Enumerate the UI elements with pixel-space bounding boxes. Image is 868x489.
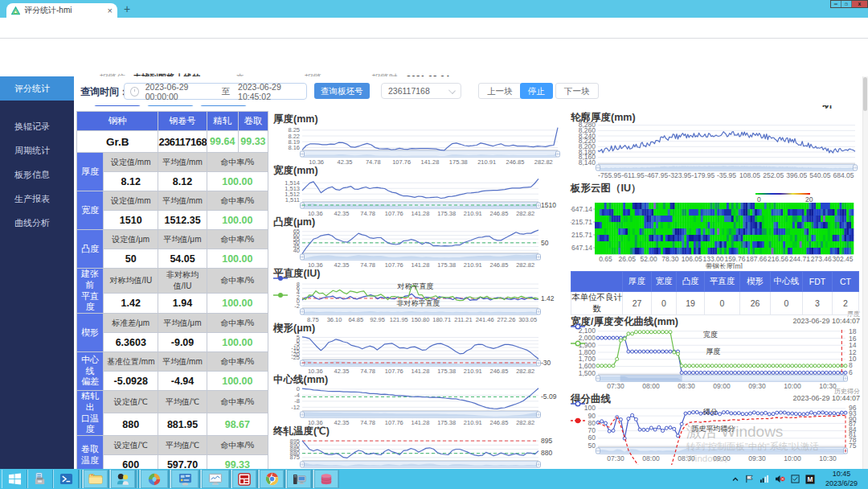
svg-text:211.21: 211.21 <box>454 316 472 323</box>
tray-expand-icon[interactable] <box>731 475 739 483</box>
clock-time: 10:45 <box>818 470 865 479</box>
svg-text:895: 895 <box>289 438 300 445</box>
tray-flag-icon[interactable] <box>745 475 754 483</box>
coil-select[interactable]: 236117168 <box>381 83 461 99</box>
window-minimize-button[interactable]: — <box>831 1 841 7</box>
browser-titlebar: 评分统计-hmi × + — ❐ x <box>0 0 868 18</box>
tray-action-center-icon[interactable] <box>791 475 800 483</box>
block-3-value-row: 1.42 1.94 100.00 <box>77 293 268 313</box>
svg-text:540.05: 540.05 <box>809 171 830 179</box>
stats-head-row: 厚度宽度凸度平直度楔形中心线FDTCT <box>571 272 859 292</box>
chart-fla-legend[interactable]: 对称平直度 非对称平直度 <box>273 267 569 309</box>
svg-text:带钢长度[m]: 带钢长度[m] <box>706 262 743 269</box>
stats-value-row: 本单位不良计数27019026032 <box>571 292 859 315</box>
chart-prof: 轮廓厚度(mm)8,1408,1608,1808,2008,2208,2408,… <box>571 111 862 183</box>
taskbar-contacts-app[interactable] <box>110 470 136 488</box>
time-from-value[interactable]: 2023-06-29 00:00:00 <box>145 82 214 101</box>
new-tab-button[interactable]: + <box>121 3 133 16</box>
taskbar-visual-studio[interactable] <box>140 470 169 488</box>
taskbar-powershell[interactable] <box>53 470 79 488</box>
tab-close-icon[interactable]: × <box>108 6 113 15</box>
svg-text:-12: -12 <box>291 404 300 411</box>
svg-text:302.45: 302.45 <box>833 255 854 263</box>
steel-grade-value: Gr.B <box>77 131 158 153</box>
svg-text:1,600: 1,600 <box>579 362 596 370</box>
sidebar-item-1[interactable]: 换辊记录 <box>0 114 74 138</box>
tray-network-icon[interactable] <box>760 475 769 483</box>
svg-text:07:30: 07:30 <box>607 454 624 462</box>
quality-summary-table: 钢种 钢卷号 精轧 卷取 Gr.B 236117168 99.64 99.33 … <box>76 111 268 475</box>
sidebar-item-5[interactable]: 曲线分析 <box>0 211 74 235</box>
query-bar: 查询时间： 2023-06-29 00:00:00 至 2023-06-29 1… <box>74 76 868 105</box>
stop-button[interactable]: 停止 <box>520 83 553 99</box>
taskbar-clock[interactable]: 10:452023/6/29 <box>818 470 865 488</box>
svg-text:-755.95: -755.95 <box>598 171 621 179</box>
search-coil-button[interactable]: 查询板坯号 <box>314 83 370 99</box>
window-maximize-button[interactable]: ❐ <box>841 1 852 7</box>
prev-coil-button[interactable]: 上一块 <box>478 83 522 99</box>
svg-text:-5.09: -5.09 <box>541 392 557 401</box>
svg-text:07:30: 07:30 <box>607 382 624 390</box>
tray-ime-icon[interactable]: M <box>805 475 815 484</box>
sidebar-item-4[interactable]: 生产报表 <box>0 187 74 211</box>
col-coil-no: 钢卷号 <box>158 112 207 131</box>
browser-tab[interactable]: 评分统计-hmi × <box>6 3 117 18</box>
page-scrollbar[interactable] <box>862 76 868 469</box>
taskbar-file-explorer[interactable] <box>83 470 108 488</box>
taskbar-control-panel[interactable] <box>170 470 199 488</box>
stats-val-0: 27 <box>623 292 652 315</box>
block-6-value-row: 880 881.95 98.67 <box>77 413 268 436</box>
svg-text:252.05: 252.05 <box>763 171 784 179</box>
stats-col-1: 厚度 <box>623 272 652 292</box>
svg-text:246.85: 246.85 <box>506 158 525 165</box>
tab-title: 评分统计-hmi <box>24 5 108 16</box>
svg-text:273.46: 273.46 <box>811 255 832 263</box>
svg-text:107.76: 107.76 <box>385 210 403 216</box>
svg-text:74.78: 74.78 <box>366 158 381 165</box>
taskbar-computer[interactable] <box>286 470 312 488</box>
sidebar-item-3[interactable]: 板形信息 <box>0 162 74 187</box>
taskbar-baogang-app[interactable] <box>231 470 257 488</box>
taskbar-start-button[interactable] <box>2 470 27 488</box>
time-range-input[interactable]: 2023-06-29 00:00:00 至 2023-06-29 10:45:0… <box>124 83 307 100</box>
svg-text:106.05: 106.05 <box>682 255 702 263</box>
svg-text:50: 50 <box>541 239 549 247</box>
window-close-button[interactable]: x <box>852 1 867 7</box>
taskbar-server-manager[interactable] <box>27 470 53 488</box>
stats-col-2: 宽度 <box>652 272 677 292</box>
time-to-value[interactable]: 2023-06-29 10:45:02 <box>238 82 306 101</box>
svg-text:108.05: 108.05 <box>739 171 760 179</box>
block-0-label: 厚度 <box>77 153 104 191</box>
taskbar-database-tool[interactable] <box>313 470 339 488</box>
svg-text:-215.71: -215.71 <box>571 218 592 226</box>
col-coiling: 卷取 <box>238 112 268 131</box>
chart-prof-plot: 8,1408,1608,1808,2008,2208,2408,2608,280… <box>571 122 862 183</box>
taskbar-system-monitor[interactable] <box>201 470 230 488</box>
sidebar-item-2[interactable]: 周期统计 <box>0 138 74 162</box>
page-scrollbar-thumb[interactable] <box>863 77 867 111</box>
chart-cloud: 板形云图（IU）020-647.14-215.71215.71647.140.6… <box>571 182 862 269</box>
svg-text:180.71: 180.71 <box>432 316 451 323</box>
svg-text:50: 50 <box>588 442 596 450</box>
block-4-label: 楔形 <box>77 314 104 352</box>
svg-text:175.38: 175.38 <box>437 261 456 268</box>
svg-text:175.38: 175.38 <box>449 158 468 165</box>
chart-fla: 平直度(IU)-2024688.7536.1064.8592.95121.951… <box>273 267 569 322</box>
chart-wt: 宽度/厚度变化曲线(mm)1,5001,6001,7001,8001,9002,… <box>571 315 862 392</box>
svg-text:10.36: 10.36 <box>309 158 324 165</box>
stats-val-6: 3 <box>803 292 833 315</box>
tray-volume-muted-icon[interactable] <box>775 475 785 483</box>
svg-text:60: 60 <box>588 434 596 442</box>
svg-text:65: 65 <box>293 228 300 235</box>
stats-val-7: 2 <box>833 292 859 315</box>
taskbar-chrome[interactable] <box>259 470 285 488</box>
svg-text:74.78: 74.78 <box>360 419 375 425</box>
chart-fdt: 终轧温度(℃)87588088589089510.3642.3574.78107… <box>273 425 569 475</box>
next-coil-button[interactable]: 下一块 <box>555 83 599 99</box>
svg-text:52.00: 52.00 <box>640 255 657 263</box>
svg-text:282.82: 282.82 <box>534 158 553 165</box>
svg-text:78.30: 78.30 <box>661 255 679 263</box>
sidebar-item-0[interactable]: 评分统计 <box>0 76 74 101</box>
stats-val-5: 0 <box>771 292 803 315</box>
block-2-label: 凸度 <box>77 230 104 269</box>
